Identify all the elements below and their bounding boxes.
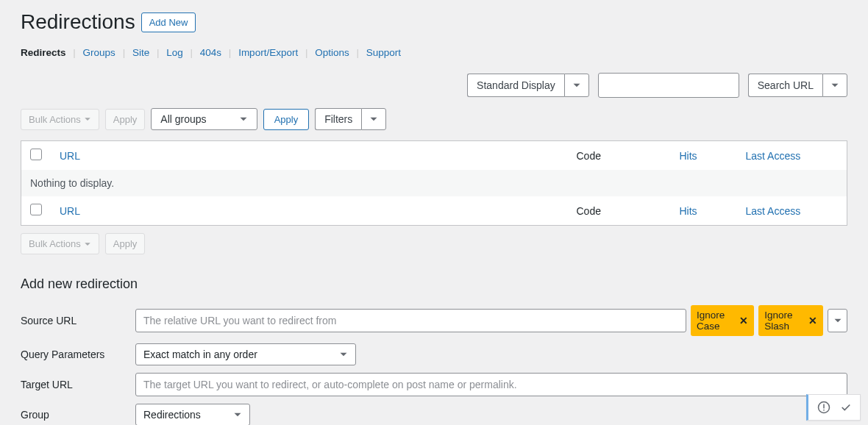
add-new-button[interactable]: Add New: [141, 12, 196, 32]
tab-options[interactable]: Options: [315, 47, 349, 58]
search-input[interactable]: [598, 73, 739, 98]
display-mode-label: Standard Display: [467, 74, 564, 97]
apply-group-filter[interactable]: Apply: [263, 109, 310, 130]
col-hits[interactable]: Hits: [680, 150, 697, 162]
chevron-down-icon: [339, 350, 348, 359]
bulk-actions-select-bottom[interactable]: Bulk Actions: [21, 233, 99, 254]
group-filter-select[interactable]: All groups: [151, 108, 257, 130]
ignore-slash-tag[interactable]: Ignore Slash ✕: [758, 305, 823, 336]
source-url-input[interactable]: [135, 309, 686, 332]
group-label: Group: [21, 409, 129, 421]
query-params-value: Exact match in any order: [143, 349, 257, 360]
table-empty-row: Nothing to display.: [21, 170, 847, 196]
chevron-down-icon: [84, 240, 91, 248]
group-value: Redirections: [143, 409, 201, 421]
chevron-down-icon: [239, 115, 248, 124]
bulk-actions-select-top[interactable]: Bulk Actions: [21, 109, 99, 130]
search-url-button[interactable]: Search URL: [748, 74, 822, 97]
tab-redirects[interactable]: Redirects: [21, 47, 66, 58]
col-url[interactable]: URL: [60, 150, 80, 162]
check-icon: [841, 402, 851, 413]
col-hits-bottom[interactable]: Hits: [680, 205, 697, 217]
col-url-bottom[interactable]: URL: [60, 205, 80, 217]
display-mode-chevron[interactable]: [564, 74, 589, 97]
ignore-case-tag[interactable]: Ignore Case ✕: [691, 305, 754, 336]
filters-chevron[interactable]: [361, 108, 386, 130]
tab-groups[interactable]: Groups: [83, 47, 115, 58]
svg-rect-2: [823, 410, 825, 411]
source-url-label: Source URL: [21, 315, 129, 326]
bulk-actions-label: Bulk Actions: [29, 114, 81, 125]
alert-icon: [817, 401, 830, 414]
ignore-case-label: Ignore Case: [697, 310, 735, 332]
tab-404s[interactable]: 404s: [200, 47, 221, 58]
chevron-down-icon: [233, 410, 242, 419]
ignore-slash-label: Ignore Slash: [764, 310, 804, 332]
table-header-row: URL Code Hits Last Access: [21, 141, 847, 171]
target-url-input[interactable]: [135, 373, 847, 396]
bulk-actions-label-bottom: Bulk Actions: [29, 238, 81, 249]
page-title: Redirections: [21, 10, 135, 34]
col-code: Code: [568, 141, 671, 171]
chevron-down-icon: [84, 115, 91, 123]
col-code-bottom: Code: [568, 196, 671, 226]
select-all-checkbox-top[interactable]: [30, 149, 42, 160]
redirects-table: URL Code Hits Last Access Nothing to dis…: [21, 140, 847, 226]
tab-import-export[interactable]: Import/Export: [238, 47, 298, 58]
close-icon[interactable]: ✕: [808, 315, 817, 326]
close-icon[interactable]: ✕: [739, 315, 748, 326]
tab-log[interactable]: Log: [166, 47, 183, 58]
search-button-combo[interactable]: Search URL: [748, 74, 847, 97]
filters-button[interactable]: Filters: [315, 108, 386, 130]
group-select[interactable]: Redirections: [135, 404, 250, 425]
svg-rect-1: [823, 404, 825, 409]
subnav: Redirects | Groups | Site | Log | 404s |…: [21, 47, 847, 73]
chevron-down-icon: [830, 81, 839, 90]
col-last-access-bottom[interactable]: Last Access: [746, 205, 801, 217]
empty-message: Nothing to display.: [21, 170, 847, 196]
search-mode-chevron[interactable]: [822, 74, 847, 97]
target-url-label: Target URL: [21, 379, 129, 390]
col-last-access[interactable]: Last Access: [746, 150, 801, 162]
query-params-select[interactable]: Exact match in any order: [135, 343, 356, 365]
url-options-dropdown[interactable]: [828, 309, 847, 332]
add-redirection-heading: Add new redirection: [21, 276, 847, 292]
group-filter-label: All groups: [160, 113, 206, 125]
chevron-down-icon: [572, 81, 581, 90]
tab-support[interactable]: Support: [366, 47, 401, 58]
chevron-down-icon: [833, 316, 842, 325]
display-mode-select[interactable]: Standard Display: [467, 74, 589, 97]
status-notice: [806, 394, 861, 421]
query-params-label: Query Parameters: [21, 349, 129, 360]
table-footer-row: URL Code Hits Last Access: [21, 196, 847, 226]
filters-label: Filters: [315, 108, 361, 130]
tab-site[interactable]: Site: [132, 47, 149, 58]
select-all-checkbox-bottom[interactable]: [30, 204, 42, 215]
apply-bulk-bottom[interactable]: Apply: [105, 233, 146, 254]
chevron-down-icon: [369, 115, 378, 124]
apply-bulk-top[interactable]: Apply: [105, 109, 146, 130]
